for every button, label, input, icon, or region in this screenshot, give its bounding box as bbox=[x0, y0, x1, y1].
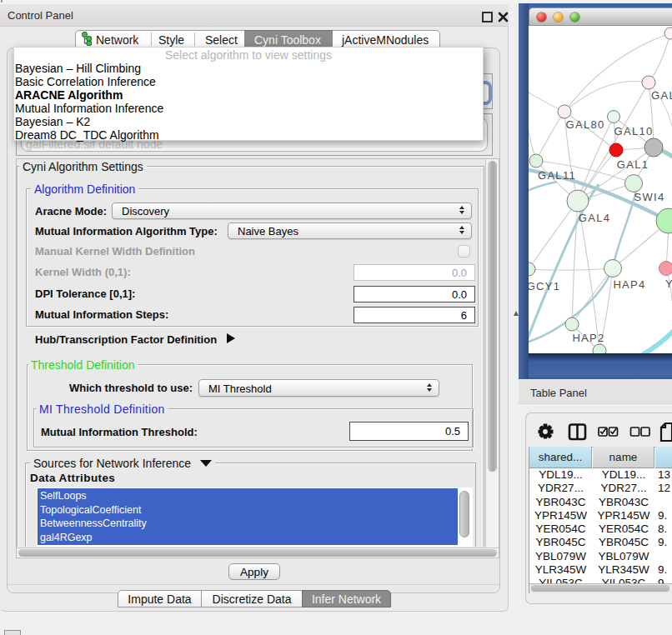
svg-text:Y: Y bbox=[665, 278, 672, 290]
svg-text:GAL1: GAL1 bbox=[617, 158, 649, 171]
svg-text:SWI4: SWI4 bbox=[634, 191, 665, 203]
svg-text:HAP4: HAP4 bbox=[613, 278, 645, 291]
svg-text:GAL10: GAL10 bbox=[614, 125, 654, 138]
svg-text:GCY1: GCY1 bbox=[529, 280, 560, 292]
svg-text:GAL80: GAL80 bbox=[566, 118, 605, 131]
svg-text:HAP2: HAP2 bbox=[572, 332, 604, 344]
svg-text:GAL: GAL bbox=[651, 89, 672, 102]
svg-text:GAL11: GAL11 bbox=[538, 169, 576, 182]
svg-text:GAL4: GAL4 bbox=[579, 212, 610, 224]
